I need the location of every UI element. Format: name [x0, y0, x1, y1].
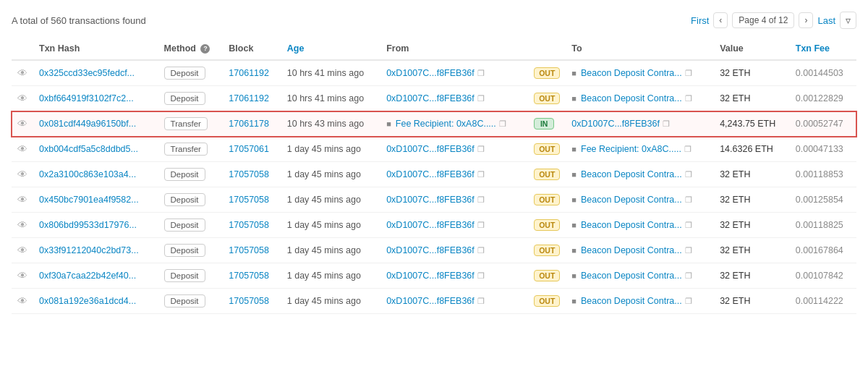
row-direction-cell: OUT	[528, 263, 566, 289]
copy-to-icon[interactable]: ❐	[685, 246, 692, 255]
txn-hash-link[interactable]: 0x325ccd33ec95fedcf...	[39, 68, 135, 78]
eye-icon[interactable]: 👁	[17, 194, 27, 205]
contract-from-icon: ■	[386, 119, 391, 128]
block-link[interactable]: 17061178	[229, 119, 269, 129]
direction-badge: OUT	[534, 143, 560, 155]
copy-to-icon[interactable]: ❐	[684, 145, 692, 154]
to-address-link[interactable]: Beacon Deposit Contra...	[581, 195, 682, 205]
eye-icon[interactable]: 👁	[17, 143, 27, 155]
txn-hash-link[interactable]: 0x081a192e36a1dcd4...	[39, 296, 136, 306]
block-link[interactable]: 17057058	[229, 245, 269, 255]
row-from-cell: 0xD1007C...f8FEB36f ❐	[380, 289, 528, 314]
txn-hash-link[interactable]: 0x33f91212040c2bd73...	[39, 245, 139, 255]
block-link[interactable]: 17057058	[229, 271, 269, 281]
to-address-link[interactable]: Beacon Deposit Contra...	[581, 296, 682, 306]
copy-to-icon[interactable]: ❐	[685, 297, 692, 306]
to-address-link[interactable]: Beacon Deposit Contra...	[581, 245, 682, 255]
block-link[interactable]: 17061192	[229, 93, 269, 103]
to-address-link[interactable]: Fee Recipient: 0xA8C.....	[581, 144, 681, 154]
pagination: First ‹ Page 4 of 12 › Last ▿	[691, 12, 856, 29]
copy-from-icon[interactable]: ❐	[477, 94, 485, 103]
copy-to-icon[interactable]: ❐	[685, 271, 692, 281]
from-address-link[interactable]: 0xD1007C...f8FEB36f	[386, 195, 475, 205]
eye-icon[interactable]: 👁	[17, 295, 27, 307]
from-address-link[interactable]: Fee Recipient: 0xA8C.....	[396, 119, 496, 129]
copy-from-icon[interactable]: ❐	[477, 69, 485, 78]
block-link[interactable]: 17057058	[229, 195, 269, 205]
last-page-link[interactable]: Last	[817, 15, 835, 26]
txn-hash-link[interactable]: 0xbf664919f3102f7c2...	[39, 93, 134, 103]
row-age-cell: 1 day 45 mins ago	[281, 238, 380, 263]
copy-from-icon[interactable]: ❐	[477, 145, 485, 154]
block-link[interactable]: 17057061	[229, 144, 269, 154]
copy-from-icon[interactable]: ❐	[477, 195, 485, 205]
copy-from-icon[interactable]: ❐	[477, 170, 485, 179]
method-badge: Transfer	[164, 117, 208, 130]
to-address-link[interactable]: 0xD1007C...f8FEB36f	[571, 119, 660, 129]
from-address-link[interactable]: 0xD1007C...f8FEB36f	[386, 245, 475, 255]
to-address-link[interactable]: Beacon Deposit Contra...	[581, 271, 682, 281]
eye-icon[interactable]: 👁	[17, 93, 27, 104]
col-txn-fee[interactable]: Txn Fee	[790, 38, 856, 60]
from-address-link[interactable]: 0xD1007C...f8FEB36f	[386, 93, 475, 103]
txn-hash-link[interactable]: 0x806bd99533d17976...	[39, 220, 137, 230]
eye-icon[interactable]: 👁	[17, 219, 27, 231]
row-eye-cell: 👁	[12, 238, 33, 263]
from-address-link[interactable]: 0xD1007C...f8FEB36f	[386, 144, 475, 154]
from-address-link[interactable]: 0xD1007C...f8FEB36f	[386, 220, 475, 230]
eye-icon[interactable]: 👁	[17, 118, 27, 130]
row-to-cell: ■ Beacon Deposit Contra... ❐	[566, 213, 714, 238]
method-help-icon[interactable]: ?	[200, 44, 210, 54]
next-page-button[interactable]: ›	[799, 12, 813, 28]
row-value-cell: 32 ETH	[714, 60, 790, 86]
eye-icon[interactable]: 👁	[17, 169, 27, 180]
txn-hash-link[interactable]: 0x450bc7901ea4f9582...	[39, 195, 139, 205]
col-method: Method ?	[158, 38, 224, 60]
to-address-link[interactable]: Beacon Deposit Contra...	[581, 169, 682, 179]
row-txnfee-cell: 0.00122829	[790, 86, 856, 111]
copy-to-icon[interactable]: ❐	[685, 195, 692, 205]
block-link[interactable]: 17057058	[229, 220, 269, 230]
col-age[interactable]: Age	[281, 38, 380, 60]
copy-from-icon[interactable]: ❐	[477, 271, 485, 281]
copy-to-icon[interactable]: ❐	[685, 69, 692, 78]
copy-from-icon[interactable]: ❐	[477, 297, 485, 306]
copy-from-icon[interactable]: ❐	[499, 119, 506, 129]
row-method-cell: Deposit	[158, 187, 224, 213]
eye-icon[interactable]: 👁	[17, 245, 27, 256]
copy-from-icon[interactable]: ❐	[477, 246, 485, 255]
eye-icon[interactable]: 👁	[17, 270, 27, 281]
txn-hash-link[interactable]: 0x2a3100c863e103a4...	[39, 169, 136, 179]
to-address-link[interactable]: Beacon Deposit Contra...	[581, 93, 682, 103]
method-badge: Deposit	[164, 269, 205, 282]
row-age-cell: 10 hrs 43 mins ago	[281, 111, 380, 137]
to-address-link[interactable]: Beacon Deposit Contra...	[581, 220, 682, 230]
copy-to-icon[interactable]: ❐	[685, 94, 692, 103]
filter-icon[interactable]: ▿	[840, 12, 856, 29]
txn-hash-link[interactable]: 0xb004cdf5a5c8ddbd5...	[39, 144, 138, 154]
copy-from-icon[interactable]: ❐	[477, 221, 485, 230]
block-link[interactable]: 17057058	[229, 169, 269, 179]
from-address-link[interactable]: 0xD1007C...f8FEB36f	[386, 68, 475, 78]
eye-icon[interactable]: 👁	[17, 67, 27, 79]
from-address-link[interactable]: 0xD1007C...f8FEB36f	[386, 169, 475, 179]
contract-to-icon: ■	[571, 195, 576, 204]
from-address-link[interactable]: 0xD1007C...f8FEB36f	[386, 271, 475, 281]
table-row: 👁 0x325ccd33ec95fedcf... Deposit 1706119…	[12, 60, 856, 86]
row-to-cell: ■ Beacon Deposit Contra... ❐	[566, 86, 714, 111]
from-address-link[interactable]: 0xD1007C...f8FEB36f	[386, 296, 475, 306]
row-txn-hash-cell: 0x081a192e36a1dcd4...	[33, 289, 158, 314]
copy-to-icon[interactable]: ❐	[685, 170, 692, 179]
to-address-link[interactable]: Beacon Deposit Contra...	[581, 68, 682, 78]
block-link[interactable]: 17061192	[229, 68, 269, 78]
txn-hash-link[interactable]: 0x081cdf449a96150bf...	[39, 119, 136, 129]
txn-hash-link[interactable]: 0xf30a7caa22b42ef40...	[39, 271, 136, 281]
row-eye-cell: 👁	[12, 289, 33, 314]
copy-to-icon[interactable]: ❐	[685, 221, 692, 230]
first-page-link[interactable]: First	[691, 15, 709, 26]
table-row: 👁 0xbf664919f3102f7c2... Deposit 1706119…	[12, 86, 856, 111]
row-from-cell: ■ Fee Recipient: 0xA8C..... ❐	[380, 111, 528, 137]
block-link[interactable]: 17057058	[229, 296, 269, 306]
prev-page-button[interactable]: ‹	[713, 12, 728, 28]
copy-to-icon[interactable]: ❐	[663, 119, 670, 129]
